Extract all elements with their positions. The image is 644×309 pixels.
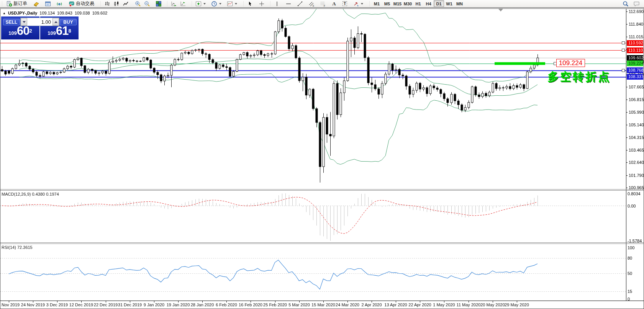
fibonacci-button[interactable]: F (318, 0, 328, 7)
price-tick (626, 162, 628, 163)
price-chart-canvas[interactable] (0, 9, 644, 301)
chevron-down-icon (203, 3, 206, 5)
price-level-tag[interactable]: 108.768 (627, 67, 643, 73)
price-tick-label: 112.690 (629, 9, 644, 14)
toolbar-grip (1, 1, 3, 7)
rsi-axis-label: 80 (628, 255, 632, 261)
chart-shift-button[interactable] (179, 0, 188, 7)
price-tick-label: 105.990 (629, 110, 644, 115)
bar-chart-button[interactable] (103, 0, 112, 7)
new-order-icon (6, 1, 12, 7)
search-icon[interactable] (623, 1, 629, 7)
arrows-icon (353, 1, 359, 7)
ohlc-high: 109.843 (57, 11, 72, 16)
auto-scroll-button[interactable] (169, 0, 179, 7)
data-window-button[interactable] (43, 0, 52, 7)
chart-shift-icon (180, 1, 186, 7)
navigator-icon (56, 1, 62, 7)
ohlc-low: 109.038 (75, 11, 90, 16)
timeframe-m5[interactable]: M5 (382, 0, 392, 7)
data-window-icon (45, 1, 51, 7)
timeframe-h1[interactable]: H1 (413, 0, 423, 7)
vertical-line-button[interactable] (272, 0, 282, 7)
indicators-button[interactable] (194, 0, 207, 7)
crosshair-icon (259, 1, 265, 7)
price-tick-label: 107.665 (629, 84, 644, 90)
price-level-tag[interactable]: 110.592 (627, 40, 643, 46)
market-watch-icon (33, 1, 39, 7)
triangle-down-icon (23, 21, 26, 23)
price-tick (626, 188, 628, 188)
rsi-axis-label: 100 (628, 245, 634, 250)
channel-icon: E (308, 1, 315, 7)
autotrading-label: 自动交易 (76, 0, 94, 7)
horizontal-line-button[interactable] (284, 0, 293, 7)
price-level-tag[interactable]: 109.602 (627, 55, 643, 61)
chart-window: ▲ USDJPY-,Daily 109.134 109.843 109.038 … (0, 8, 644, 309)
candlestick-chart-icon (113, 1, 120, 7)
symbol-marker-icon: ▲ (3, 11, 6, 16)
price-tick-label: 103.465 (629, 147, 644, 153)
periods-button[interactable] (210, 0, 223, 7)
timeframe-m1[interactable]: M1 (372, 0, 382, 7)
svg-text:F: F (324, 4, 325, 7)
cursor-button[interactable] (246, 0, 255, 7)
text-label-button[interactable]: T (341, 0, 349, 7)
price-tick-label: 111.840 (629, 21, 644, 27)
volume-input[interactable] (27, 18, 52, 26)
price-tick (626, 24, 628, 25)
crosshair-button[interactable] (257, 0, 266, 7)
price-level-tag[interactable]: 109.224 (627, 60, 643, 66)
price-callout[interactable]: 109.224 (556, 59, 585, 67)
timeframe-d1[interactable]: D1 (434, 0, 444, 7)
volume-decrease-button[interactable] (21, 18, 27, 26)
price-tick (626, 150, 628, 150)
chart-marker-triangle (498, 9, 503, 11)
price-level-tag[interactable]: 108.337 (627, 74, 643, 80)
timeframe-w1[interactable]: W1 (444, 0, 454, 7)
autotrading-button[interactable]: 自动交易 (67, 0, 96, 7)
chevron-down-icon (235, 3, 237, 5)
timeframe-m30[interactable]: M30 (403, 0, 413, 7)
zoom-in-icon (135, 1, 141, 7)
panel-separator[interactable] (0, 244, 644, 244)
new-order-button[interactable]: 新订单 (5, 0, 29, 7)
zoom-out-button[interactable] (143, 0, 152, 7)
timeframe-group: M1 M5 M15 M30 H1 H4 D1 W1 MN (372, 0, 465, 7)
toolbar-grip (191, 1, 193, 7)
market-watch-button[interactable] (32, 0, 41, 7)
volume-increase-button[interactable] (52, 18, 59, 26)
periods-icon (211, 1, 217, 7)
zoom-in-button[interactable] (133, 0, 143, 7)
timeframe-mn[interactable]: MN (454, 0, 465, 7)
trendline-button[interactable] (295, 0, 305, 7)
candlestick-chart-button[interactable] (112, 0, 121, 7)
panel-separator[interactable] (0, 242, 644, 243)
price-level-tag[interactable]: 110.110 (627, 47, 643, 53)
vertical-line-icon (274, 1, 280, 7)
text-button[interactable]: A (330, 0, 338, 7)
toolbar-grip (166, 1, 168, 7)
horizontal-line-icon (285, 1, 292, 7)
timeframe-m15[interactable]: M15 (392, 0, 403, 7)
tile-windows-button[interactable] (154, 0, 163, 7)
line-chart-button[interactable] (121, 0, 130, 7)
panel-separator[interactable] (0, 189, 644, 190)
timeframe-h4[interactable]: H4 (423, 0, 434, 7)
arrows-button[interactable] (351, 0, 365, 7)
navigator-button[interactable] (55, 0, 64, 7)
triangle-up-icon (54, 21, 57, 23)
channel-button[interactable]: E (307, 0, 316, 7)
price-tick-label: 104.315 (629, 135, 644, 140)
chevron-down-icon (361, 3, 363, 5)
ohlc-close: 109.602 (92, 11, 108, 16)
mt4-terminal: 新订单 自动交易 (0, 0, 644, 309)
text-label-icon: T (342, 1, 347, 6)
templates-button[interactable] (225, 0, 239, 7)
panel-separator[interactable] (0, 190, 644, 191)
chart-title: ▲ USDJPY-,Daily 109.134 109.843 109.038 … (3, 11, 107, 16)
chat-icon[interactable] (633, 1, 640, 7)
price-axis-line (626, 9, 626, 301)
auto-scroll-icon (171, 1, 177, 7)
toolbar: 新订单 自动交易 (0, 0, 644, 8)
